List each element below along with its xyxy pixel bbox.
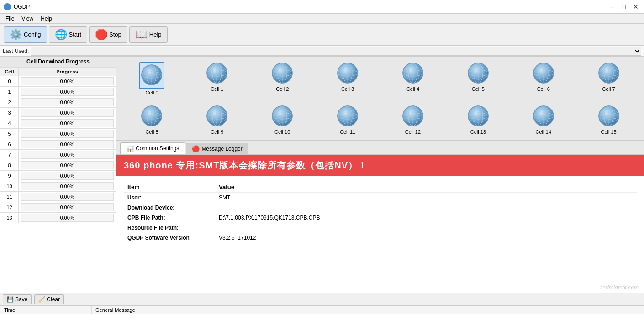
cell-row-5: 5 0.00%: [0, 129, 116, 139]
cell-grid-item-11[interactable]: Cell 11: [316, 103, 380, 136]
settings-table-area: Item Value User: SMT Download Device: CP…: [116, 176, 644, 283]
globe-icon-14: [533, 105, 554, 128]
cell-grid-label-6: Cell 6: [537, 86, 550, 92]
cell-progress: 0.00%: [19, 202, 116, 213]
cell-grid-item-6[interactable]: Cell 6: [512, 60, 575, 97]
setting-item-3: Resource File Path:: [124, 223, 215, 233]
content-panel: 360 phone 专用:SMT版本会擦除所有参数（包括NV）！ Item Va…: [116, 155, 644, 293]
progress-col-header: Progress: [19, 68, 116, 76]
cell-grid-item-8[interactable]: Cell 8: [120, 103, 184, 136]
cell-progress: 0.00%: [19, 129, 116, 139]
globe-icon-5: [467, 62, 489, 85]
title-bar: QGDP ─ □ ✕: [0, 0, 644, 14]
cell-grid-item-2[interactable]: Cell 2: [251, 60, 314, 97]
cell-row-12: 12 0.00%: [0, 202, 116, 213]
maximize-button[interactable]: □: [620, 3, 628, 10]
cell-number: 5: [0, 129, 19, 139]
cell-number: 6: [0, 139, 19, 150]
setting-item-4: QGDP Software Version: [124, 233, 215, 243]
cell-progress: 0.00%: [19, 160, 116, 171]
minimize-button[interactable]: ─: [608, 3, 617, 10]
help-label: Help: [149, 31, 162, 38]
cell-grid-item-7[interactable]: Cell 7: [577, 60, 640, 97]
globe-icon-12: [402, 105, 424, 128]
globe-icon-3: [337, 62, 359, 85]
setting-value-0: SMT: [215, 193, 637, 203]
last-used-select[interactable]: [31, 47, 641, 56]
cell-number: 1: [0, 87, 19, 97]
cell-grid-item-15[interactable]: Cell 15: [577, 103, 640, 136]
setting-value-1: [215, 203, 637, 213]
cell-grid-item-4[interactable]: Cell 4: [381, 60, 445, 97]
last-used-label: Last Used:: [3, 48, 29, 54]
menu-help[interactable]: Help: [37, 15, 56, 23]
cell-grid-item-0[interactable]: Cell 0: [120, 60, 184, 97]
save-label: Save: [15, 296, 27, 303]
cell-grid-item-10[interactable]: Cell 10: [251, 103, 314, 136]
cell-grid-item-9[interactable]: Cell 9: [185, 103, 249, 136]
cell-progress: 0.00%: [19, 150, 116, 160]
settings-row-0: User: SMT: [124, 193, 637, 203]
time-col-header: Time: [0, 306, 92, 314]
cell-grid-item-3[interactable]: Cell 3: [316, 60, 380, 97]
globe-icon-0: [139, 62, 164, 89]
cell-grid-item-14[interactable]: Cell 14: [512, 103, 575, 136]
cell-number: 8: [0, 160, 19, 171]
cell-grid-row1: Cell 0 Cell 1: [116, 57, 644, 101]
menu-file[interactable]: File: [2, 15, 18, 23]
cell-grid-item-1[interactable]: Cell 1: [185, 60, 249, 97]
globe-icon-4: [402, 62, 424, 85]
common-settings-label: Common Settings: [136, 145, 179, 152]
cell-grid-item-13[interactable]: Cell 13: [446, 103, 510, 136]
start-label: Start: [69, 31, 81, 38]
cell-row-0: 0 0.00%: [0, 76, 116, 87]
tabs-bar: 📊 Common Settings 🔴 Message Logger: [116, 141, 644, 155]
tab-message-logger[interactable]: 🔴 Message Logger: [186, 143, 248, 154]
cell-number: 12: [0, 202, 19, 213]
window-controls: ─ □ ✕: [608, 3, 640, 10]
clear-button[interactable]: 🧹 Clear: [34, 294, 64, 304]
cell-number: 9: [0, 171, 19, 181]
cell-table: Cell Progress 0 0.00% 1 0.00% 2 0.00% 3: [0, 67, 116, 293]
cell-grid-label-5: Cell 5: [472, 86, 485, 92]
last-used-bar: Last Used:: [0, 46, 644, 57]
cell-row-1: 1 0.00%: [0, 87, 116, 97]
cell-progress: 0.00%: [19, 181, 116, 192]
bottom-area: 💾 Save 🧹 Clear Time General Message: [0, 293, 644, 320]
cell-row-8: 8 0.00%: [0, 160, 116, 171]
left-panel: Cell Donwload Progress Cell Progress 0 0…: [0, 57, 116, 293]
cell-row-6: 6 0.00%: [0, 139, 116, 150]
tab-common-settings[interactable]: 📊 Common Settings: [120, 142, 185, 154]
cell-row-4: 4 0.00%: [0, 118, 116, 129]
setting-value-4: V3.2.6_171012: [215, 233, 637, 243]
cell-grid-label-4: Cell 4: [406, 86, 419, 92]
cell-grid-label-9: Cell 9: [211, 129, 223, 135]
cell-number: 10: [0, 181, 19, 192]
start-button[interactable]: 🌐 Start: [49, 26, 87, 43]
cell-grid-row2: Cell 8 Cell 9: [116, 101, 644, 141]
menu-view[interactable]: View: [18, 15, 37, 23]
setting-item-1: Download Device:: [124, 203, 215, 213]
main-area: Cell Donwload Progress Cell Progress 0 0…: [0, 57, 644, 293]
config-icon: ⚙️: [10, 29, 22, 41]
settings-row-2: CPB File Path: D:\7.1.003.PX.170915.QK17…: [124, 213, 637, 223]
cell-row-7: 7 0.00%: [0, 150, 116, 160]
watermark: androidmtk.com: [116, 283, 644, 293]
stop-label: Stop: [109, 31, 121, 38]
close-button[interactable]: ✕: [631, 3, 640, 10]
cell-grid-item-5[interactable]: Cell 5: [446, 60, 510, 97]
menu-bar: File View Help: [0, 14, 644, 24]
cell-number: 0: [0, 76, 19, 87]
cell-row-13: 13 0.00%: [0, 213, 116, 223]
cell-progress: 0.00%: [19, 108, 116, 118]
help-button[interactable]: 📖 Help: [129, 26, 168, 43]
stop-button[interactable]: 🛑 Stop: [89, 26, 127, 43]
message-logger-label: Message Logger: [201, 146, 242, 152]
config-button[interactable]: ⚙️ Config: [4, 26, 47, 43]
save-button[interactable]: 💾 Save: [3, 294, 32, 304]
cell-grid-item-12[interactable]: Cell 12: [381, 103, 445, 136]
cell-progress: 0.00%: [19, 192, 116, 202]
settings-row-4: QGDP Software Version V3.2.6_171012: [124, 233, 637, 243]
clear-icon: 🧹: [38, 296, 45, 303]
cell-number: 13: [0, 213, 19, 223]
